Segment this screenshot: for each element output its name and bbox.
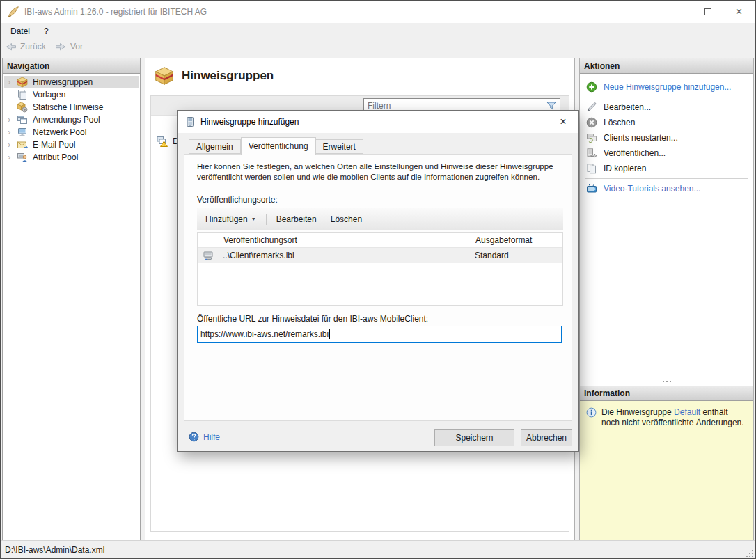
- restart-clients-icon: [586, 132, 597, 143]
- back-label: Zurück: [20, 42, 46, 52]
- splitter-grip[interactable]: [663, 381, 671, 382]
- dropdown-arrow-icon: ▼: [251, 216, 256, 221]
- nav-item-anwendungs-pool[interactable]: › Anwendungs Pool: [4, 113, 139, 126]
- navigation-header: Navigation: [3, 58, 140, 74]
- maximize-button[interactable]: [692, 1, 723, 22]
- save-button[interactable]: Speichern: [434, 429, 514, 446]
- delete-icon: [586, 117, 597, 128]
- navigation-pane: Navigation › Hinweisgruppen: [2, 58, 141, 540]
- delete-location-button[interactable]: Löschen: [324, 212, 369, 227]
- tab-erweitert[interactable]: Erweitert: [316, 139, 363, 154]
- data-file-path: D:\IBI-aws\Admin\Data.xml: [5, 545, 104, 555]
- info-icon: [586, 407, 597, 418]
- publish-icon: [586, 148, 597, 159]
- action-restart-clients[interactable]: Clients neustarten...: [580, 131, 753, 145]
- close-icon: ×: [560, 116, 566, 128]
- nav-item-vorlagen[interactable]: Vorlagen: [4, 88, 139, 101]
- nav-item-netzwerk-pool[interactable]: › Netzwerk Pool: [4, 126, 139, 139]
- nav-item-attribut-pool[interactable]: › Attribut Pool: [4, 151, 139, 164]
- nav-item-label: Statische Hinweise: [33, 102, 103, 112]
- nav-item-email-pool[interactable]: › E-Mail Pool: [4, 139, 139, 151]
- locations-table: Veröffentlichungsort Ausgabeformat ..\Cl…: [197, 232, 563, 306]
- text-caret: [329, 329, 330, 339]
- delete-location-label: Löschen: [331, 214, 362, 224]
- page-title: Hinweisgruppen: [182, 69, 274, 83]
- action-label: Veröffentlichen...: [604, 148, 666, 158]
- location-row[interactable]: ..\Client\remarks.ibi Standard: [198, 248, 562, 263]
- action-new-group[interactable]: Neue Hinweisgruppe hinzufügen...: [580, 80, 753, 94]
- window-title: IBI-aws Admin 1.26.0 - registriert für I…: [24, 7, 207, 17]
- expander-chevron-icon[interactable]: ›: [4, 129, 15, 136]
- nav-item-label: Attribut Pool: [33, 152, 78, 162]
- attribute-pool-icon: [17, 152, 28, 163]
- url-value: https://www.ibi-aws.net/remarks.ibi: [200, 329, 329, 339]
- status-bar: D:\IBI-aws\Admin\Data.xml: [1, 540, 755, 559]
- add-group-dialog: Hinweisgruppe hinzufügen × Allgemein Ver…: [177, 110, 579, 452]
- dialog-close-button[interactable]: ×: [556, 114, 571, 129]
- locations-table-header: Veröffentlichungsort Ausgabeformat: [198, 233, 562, 248]
- menu-file[interactable]: Datei: [6, 25, 34, 38]
- nav-item-hinweisgruppen[interactable]: › Hinweisgruppen: [4, 76, 139, 88]
- tab-allgemein[interactable]: Allgemein: [189, 139, 241, 154]
- location-column-header: Veröffentlichungsort: [219, 233, 471, 247]
- application-pool-icon: [17, 114, 28, 125]
- computer-icon: [203, 250, 214, 261]
- expander-chevron-icon[interactable]: ›: [4, 141, 15, 148]
- locations-label: Veröffentlichungsorte:: [197, 195, 278, 205]
- expander-chevron-icon[interactable]: ›: [4, 79, 15, 86]
- nav-item-statische-hinweise[interactable]: Statische Hinweise: [4, 101, 139, 113]
- tab-description: Hier können Sie festlegen, an welchen Or…: [197, 161, 567, 182]
- edit-location-button[interactable]: Bearbeiten: [269, 212, 324, 227]
- help-icon: [189, 432, 199, 442]
- help-link[interactable]: Hilfe: [189, 432, 220, 442]
- hinweisgruppen-icon: [155, 66, 174, 86]
- forward-arrow-icon: [55, 41, 67, 52]
- add-icon: [586, 81, 597, 93]
- nav-item-label: Netzwerk Pool: [33, 127, 86, 137]
- static-notes-icon: [17, 102, 28, 113]
- add-location-button[interactable]: Hinzufügen ▼: [198, 212, 263, 227]
- tab-veroeffentlichung[interactable]: Veröffentlichung: [241, 137, 316, 155]
- help-label: Hilfe: [203, 432, 220, 442]
- action-edit[interactable]: Bearbeiten...: [580, 100, 753, 114]
- action-copy-id[interactable]: ID kopieren: [580, 162, 753, 175]
- back-button[interactable]: Zurück: [5, 41, 46, 52]
- information-message: Die Hinweisgruppe Default enthält noch n…: [601, 407, 746, 428]
- information-header: Information: [580, 386, 753, 401]
- resize-grip[interactable]: [745, 549, 753, 557]
- minimize-button[interactable]: –: [660, 1, 691, 22]
- publication-tab-panel: Hier können Sie festlegen, an welchen Or…: [184, 154, 572, 421]
- default-group-link[interactable]: Default: [674, 407, 700, 417]
- actions-header: Aktionen: [580, 58, 753, 74]
- action-delete[interactable]: Löschen: [580, 116, 753, 129]
- pencil-icon: [586, 102, 597, 113]
- expander-chevron-icon[interactable]: ›: [4, 116, 15, 123]
- forward-button[interactable]: Vor: [55, 41, 83, 52]
- list-item-default[interactable]: D: [157, 136, 179, 147]
- action-label: Bearbeiten...: [604, 102, 651, 112]
- network-pool-icon: [17, 127, 28, 138]
- url-field[interactable]: https://www.ibi-aws.net/remarks.ibi: [197, 326, 562, 343]
- templates-icon: [17, 89, 28, 100]
- action-video-tutorials[interactable]: Video-Tutorials ansehen...: [580, 182, 753, 196]
- nav-item-label: Hinweisgruppen: [33, 77, 93, 87]
- url-label: Öffentliche URL zur Hinweisdatei für den…: [197, 314, 428, 324]
- nav-item-label: Anwendungs Pool: [33, 115, 100, 125]
- separator: [585, 97, 748, 97]
- expander-chevron-icon[interactable]: ›: [4, 154, 15, 161]
- minimize-icon: –: [672, 6, 678, 17]
- edit-location-label: Bearbeiten: [276, 214, 317, 224]
- toolbar-separator: [266, 214, 267, 225]
- save-label: Speichern: [455, 433, 493, 443]
- separator: [585, 178, 748, 179]
- action-label: Clients neustarten...: [604, 133, 678, 143]
- navigation-list: › Hinweisgruppen Vorlagen: [3, 74, 140, 164]
- forward-label: Vor: [70, 42, 83, 52]
- close-button[interactable]: ×: [723, 1, 755, 22]
- action-publish[interactable]: Veröffentlichen...: [580, 146, 753, 160]
- back-arrow-icon: [5, 41, 17, 52]
- menu-help[interactable]: ?: [40, 25, 53, 38]
- dialog-form-icon: [184, 116, 196, 127]
- cancel-button[interactable]: Abbrechen: [521, 429, 572, 446]
- action-label: Video-Tutorials ansehen...: [604, 184, 700, 194]
